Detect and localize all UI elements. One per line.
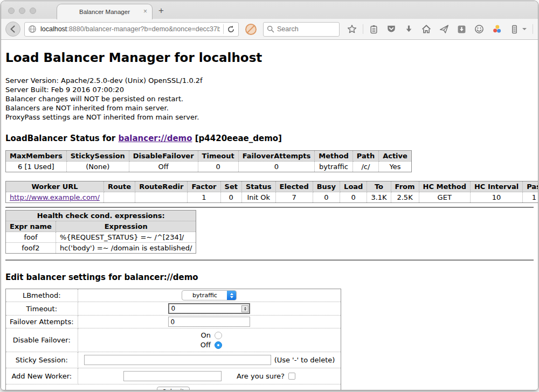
disable-failover-field-cell: On Off xyxy=(78,328,341,352)
tab-close-icon[interactable]: × xyxy=(143,8,147,15)
zoom-window-button[interactable] xyxy=(30,8,36,14)
server-built-line: Server Built: Feb 9 2016 07:00:20 xyxy=(5,85,534,94)
search-bar[interactable] xyxy=(263,22,340,37)
globe-icon xyxy=(28,25,37,33)
worker-url-link[interactable]: http://www.example.com/ xyxy=(10,193,100,201)
lbmethod-select[interactable]: bytraffic xyxy=(182,290,237,300)
data-cell: 1 xyxy=(188,192,220,203)
status-heading-suffix: [p4420eeae_demo] xyxy=(192,134,282,143)
feedback-smiley-icon[interactable] xyxy=(474,24,484,34)
content-blocked-icon[interactable] xyxy=(245,24,257,35)
data-cell: /c/ xyxy=(353,162,378,172)
data-cell: (None) xyxy=(66,162,129,172)
data-cell xyxy=(135,192,188,203)
table-header-row: Worker URL Route RouteRedir Factor Set S… xyxy=(6,181,538,192)
data-cell: 6 [1 Used] xyxy=(6,162,67,172)
back-arrow-icon xyxy=(9,25,17,33)
minimize-window-button[interactable] xyxy=(19,8,25,14)
inherit-note-line: Balancers are NOT inherited from main se… xyxy=(5,103,534,113)
close-window-button[interactable] xyxy=(8,8,15,14)
section-divider xyxy=(5,260,534,261)
navigation-toolbar: localhost:8880/balancer-manager?b=demo&n… xyxy=(1,19,538,40)
url-text[interactable]: localhost:8880/balancer-manager?b=demo&n… xyxy=(40,25,220,33)
urlbar-divider xyxy=(223,24,224,34)
header-cell: Expression xyxy=(56,221,196,232)
data-cell: 0 xyxy=(220,192,241,203)
tab-balancer-manager[interactable]: Balancer Manager × xyxy=(57,4,153,19)
data-cell: 0 xyxy=(313,192,340,203)
header-cell: Set xyxy=(220,181,241,192)
disable-failover-label: Disable Failover: xyxy=(6,328,78,352)
expression-cell: %{REQUEST_STATUS} =~ /^[234]/ xyxy=(56,232,196,243)
data-cell: 1 (0) xyxy=(523,192,538,203)
home-icon[interactable] xyxy=(421,24,431,34)
header-cell: From xyxy=(391,181,419,192)
table-header-row: Expr name Expression xyxy=(6,221,196,232)
add-worker-input[interactable] xyxy=(123,371,222,381)
worker-url-cell: http://www.example.com/ xyxy=(6,192,104,203)
header-cell: Passes xyxy=(523,181,538,192)
balancer-demo-link[interactable]: balancer://demo xyxy=(118,134,192,143)
are-you-sure-checkbox[interactable] xyxy=(288,373,295,380)
form-row-failover-attempts: Failover Attempts: xyxy=(6,316,341,328)
radio-off[interactable] xyxy=(215,341,222,349)
header-cell: Load xyxy=(340,181,367,192)
sticky-session-label: Sticky Session: xyxy=(6,352,78,368)
edit-balancer-form: LBmethod: bytraffic Timeout: xyxy=(5,289,341,390)
expr-name-cell: foof2 xyxy=(6,243,56,254)
radio-off-row: Off xyxy=(197,341,222,349)
proxypass-note-line: ProxyPass settings are NOT inherited fro… xyxy=(5,113,534,122)
bookmark-star-icon[interactable] xyxy=(347,24,357,34)
form-row-timeout: Timeout: xyxy=(6,302,341,316)
lbmethod-selected-value: bytraffic xyxy=(182,291,227,300)
reload-icon[interactable] xyxy=(227,25,235,33)
pocket-icon[interactable] xyxy=(386,24,396,34)
expression-cell: hc('body') =~ /domain is established/ xyxy=(56,243,196,254)
header-cell: Status xyxy=(241,181,275,192)
window-controls[interactable] xyxy=(8,8,36,14)
data-cell: 2.5K xyxy=(391,192,419,203)
failover-attempts-input[interactable] xyxy=(168,317,250,327)
table-header-row: MaxMembers StickySession DisableFailover… xyxy=(6,151,412,162)
table-row: 6 [1 Used] (None) Off 0 0 bytraffic /c/ … xyxy=(6,162,412,172)
table-row: http://www.example.com/ 1 0 Init Ok 7 0 … xyxy=(6,192,538,203)
bookmarks-menu-icon[interactable] xyxy=(369,25,378,34)
server-status-icon[interactable] xyxy=(510,25,519,34)
data-cell: 0 xyxy=(198,162,238,172)
header-cell: StickySession xyxy=(66,151,129,162)
select-stepper-icon xyxy=(227,291,236,300)
new-tab-button[interactable]: + xyxy=(158,5,164,16)
header-cell: Active xyxy=(379,151,412,162)
header-cell: Expr name xyxy=(6,221,56,232)
data-cell: 10 xyxy=(470,192,522,203)
data-cell: GET xyxy=(419,192,470,203)
send-plane-icon[interactable] xyxy=(439,24,449,34)
timeout-input-wrap xyxy=(168,303,250,314)
url-bar[interactable]: localhost:8880/balancer-manager?b=demo&n… xyxy=(24,22,239,37)
downloads-icon[interactable] xyxy=(404,25,413,34)
radio-on[interactable] xyxy=(215,332,222,339)
header-cell: FailoverAttempts xyxy=(238,151,315,162)
balancer-status-table: MaxMembers StickySession DisableFailover… xyxy=(5,150,412,172)
sticky-session-field-cell: (Use '-' to delete) xyxy=(78,352,341,368)
save-page-icon[interactable] xyxy=(457,25,466,34)
are-you-sure-label: Are you sure? xyxy=(237,372,285,380)
extension-dots-icon[interactable] xyxy=(492,24,502,34)
sticky-session-input[interactable] xyxy=(84,355,271,365)
add-worker-label: Add New Worker: xyxy=(6,368,78,384)
header-cell: HC Interval xyxy=(470,181,522,192)
number-spinner-icon[interactable] xyxy=(241,305,248,312)
toolbar-divider xyxy=(363,24,363,34)
status-heading: LoadBalancer Status for balancer://demo … xyxy=(5,134,534,143)
radio-on-label: On xyxy=(197,331,211,339)
timeout-input[interactable] xyxy=(169,305,241,312)
back-button[interactable] xyxy=(5,22,20,37)
sticky-session-hint: (Use '-' to delete) xyxy=(271,356,335,364)
url-domain: localhost xyxy=(40,25,67,33)
submit-button[interactable]: Submit xyxy=(157,387,190,390)
worker-table: Worker URL Route RouteRedir Factor Set S… xyxy=(5,181,538,203)
search-input[interactable] xyxy=(277,25,331,33)
add-worker-field-cell: Are you sure? xyxy=(78,368,341,384)
chevron-down-icon[interactable] xyxy=(522,28,527,30)
tab-bar: Balancer Manager × + xyxy=(1,1,538,19)
